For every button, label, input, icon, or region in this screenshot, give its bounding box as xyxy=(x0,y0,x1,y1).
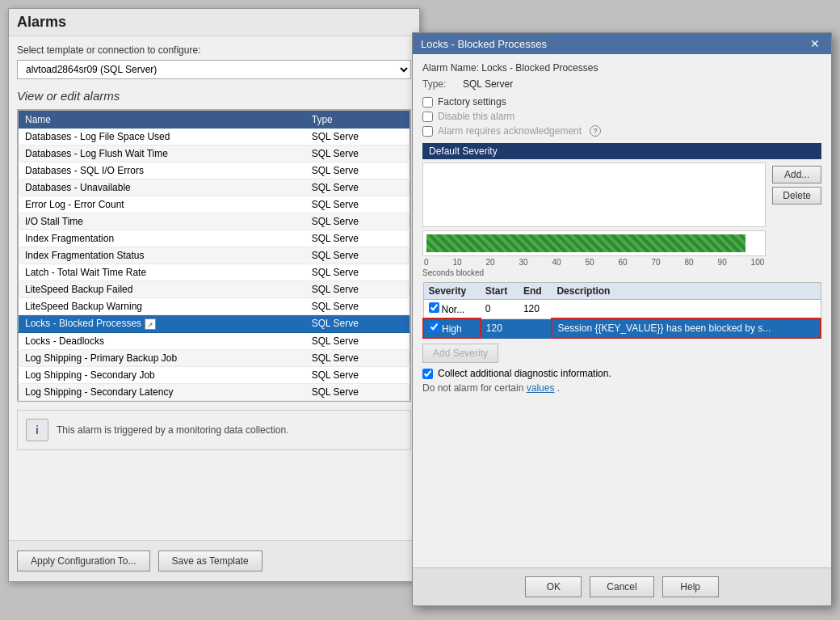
table-row[interactable]: Error Log - Error CountSQL Serve xyxy=(19,196,410,213)
alarm-name-cell: Locks - Blocked Processes↗ xyxy=(19,315,305,333)
alarm-name-cell: LiteSpeed Backup Failed xyxy=(19,281,305,298)
table-row[interactable]: LiteSpeed Backup FailedSQL Serve xyxy=(19,281,410,298)
alarm-type-cell: SQL Serve xyxy=(305,383,410,400)
select-label: Select template or connection to configu… xyxy=(17,44,411,56)
alarms-window: Alarms Select template or connection to … xyxy=(8,8,420,582)
external-link-icon[interactable]: ↗ xyxy=(145,318,156,330)
table-row[interactable]: Index Fragmentation StatusSQL Serve xyxy=(19,247,410,264)
ok-button[interactable]: OK xyxy=(525,576,582,597)
alarm-name-cell: Index Fragmentation Status xyxy=(19,247,305,264)
alarm-type-cell: SQL Serve xyxy=(305,332,410,349)
disable-alarm-checkbox[interactable] xyxy=(422,112,433,122)
save-template-button[interactable]: Save as Template xyxy=(158,550,262,571)
disable-alarm-label: Disable this alarm xyxy=(438,111,514,122)
alarm-name-cell: LiteSpeed Backup Warning xyxy=(19,298,305,315)
add-severity-button[interactable]: Add Severity xyxy=(422,344,498,363)
connection-dropdown[interactable]: alvtoad2864sr09 (SQL Server) xyxy=(17,60,411,79)
alarms-table-header: Name Type xyxy=(19,111,410,129)
alarm-name-cell: Databases - Log File Space Used xyxy=(19,129,305,146)
alarm-type-cell: SQL Serve xyxy=(305,366,410,383)
alarm-type-cell: SQL Serve xyxy=(305,349,410,366)
table-row[interactable]: Log Shipping - Secondary LatencySQL Serv… xyxy=(19,383,410,400)
cancel-button[interactable]: Cancel xyxy=(590,576,653,597)
table-row[interactable]: Nor... 0 120 xyxy=(423,300,821,319)
severity-header: Default Severity xyxy=(422,143,821,159)
table-row[interactable]: Index FragmentationSQL Serve xyxy=(19,230,410,247)
info-box: i This alarm is triggered by a monitorin… xyxy=(17,410,411,450)
severity-table: Severity Start End Description Nor... 0 xyxy=(422,282,821,339)
severity-table-header: Severity Start End Description xyxy=(423,283,821,300)
severity-section: Severity Start End Description Nor... 0 xyxy=(422,282,821,339)
alarm-type-cell: SQL Serve xyxy=(305,315,410,333)
factory-settings-checkbox[interactable] xyxy=(422,97,433,108)
do-not-alarm-row: Do not alarm for certain values . xyxy=(422,382,821,394)
collect-label: Collect additional diagnostic informatio… xyxy=(438,368,611,379)
sev-severity-high: High xyxy=(423,318,481,338)
alarm-type-cell: SQL Serve xyxy=(305,146,410,162)
collect-checkbox[interactable] xyxy=(422,369,433,379)
alarms-bottom-buttons: Apply Configuration To... Save as Templa… xyxy=(9,540,419,581)
alarm-name-cell: I/O Stall Time xyxy=(19,213,305,230)
dialog-close-button[interactable]: ✕ xyxy=(807,37,823,50)
alarm-name-cell: Latch - Total Wait Time Rate xyxy=(19,264,305,281)
table-row[interactable]: Log Shipping - Secondary JobSQL Serve xyxy=(19,366,410,383)
alarm-type-cell: SQL Serve xyxy=(305,179,410,196)
table-row[interactable]: Databases - UnavailableSQL Serve xyxy=(19,179,410,196)
alarms-table-wrapper: Name Type Databases - Log File Space Use… xyxy=(17,109,411,402)
collect-checkbox-row: Collect additional diagnostic informatio… xyxy=(422,368,821,379)
alarm-type-cell: SQL Serve xyxy=(305,129,410,146)
view-edit-label: View or edit alarms xyxy=(17,89,411,103)
table-row[interactable]: Log Shipping - Primary Backup JobSQL Ser… xyxy=(19,349,410,366)
table-row[interactable]: I/O Stall TimeSQL Serve xyxy=(19,213,410,230)
alarm-type-cell: SQL Serve xyxy=(305,281,410,298)
factory-settings-label: Factory settings xyxy=(438,96,506,108)
dialog-title-bar: Locks - Blocked Processes ✕ xyxy=(413,33,831,54)
sev-checkbox-1[interactable] xyxy=(429,322,439,332)
green-bar-container xyxy=(422,230,766,256)
table-row[interactable]: Databases - Log File Space UsedSQL Serve xyxy=(19,129,410,146)
table-row[interactable]: Databases - SQL I/O ErrorsSQL Serve xyxy=(19,162,410,179)
alarm-name-cell: Error Log - Error Count xyxy=(19,196,305,213)
alarm-type-cell: SQL Serve xyxy=(305,213,410,230)
alarms-title-text: Alarms xyxy=(17,14,66,30)
sev-checkbox-0[interactable] xyxy=(429,302,439,313)
sev-col-end: End xyxy=(519,283,552,300)
alarm-name-cell: Log Shipping - Primary Backup Job xyxy=(19,349,305,366)
ack-required-checkbox[interactable] xyxy=(422,126,433,137)
dialog-bottom-buttons: OK Cancel Help xyxy=(413,567,831,605)
help-button[interactable]: Help xyxy=(662,576,719,597)
seconds-scale: 0 10 20 30 40 50 60 70 80 90 100 xyxy=(422,258,766,267)
table-row[interactable]: Latch - Total Wait Time RateSQL Serve xyxy=(19,264,410,281)
table-row[interactable]: Locks - DeadlocksSQL Serve xyxy=(19,332,410,349)
ack-required-label: Alarm requires acknowledgement xyxy=(438,125,582,137)
sev-desc-high: Session {{KEY_VALUE}} has been blocked b… xyxy=(552,318,821,338)
type-row: Type: SQL Server xyxy=(422,78,821,90)
info-text: This alarm is triggered by a monitoring … xyxy=(57,424,288,436)
sev-end-high xyxy=(519,318,552,338)
apply-config-button[interactable]: Apply Configuration To... xyxy=(17,550,150,571)
add-button[interactable]: Add... xyxy=(772,166,821,183)
alarm-type-cell: SQL Serve xyxy=(305,247,410,264)
table-row[interactable]: High 120 Session {{KEY_VALUE}} has been … xyxy=(423,318,821,338)
table-row[interactable]: Locks - Blocked Processes↗SQL Serve xyxy=(19,315,410,333)
table-row[interactable]: Databases - Log Flush Wait TimeSQL Serve xyxy=(19,146,410,162)
sev-severity: Nor... xyxy=(423,300,481,319)
ack-help-icon[interactable]: ? xyxy=(590,125,601,137)
sev-col-severity: Severity xyxy=(423,283,481,300)
values-link[interactable]: values xyxy=(527,382,555,394)
seconds-label: Seconds blocked xyxy=(422,268,766,277)
green-bar xyxy=(426,234,746,252)
sev-end: 120 xyxy=(519,300,552,319)
sev-col-description: Description xyxy=(552,283,821,300)
sev-desc xyxy=(552,300,821,319)
sev-start-high: 120 xyxy=(481,318,519,338)
table-row[interactable]: LiteSpeed Backup WarningSQL Serve xyxy=(19,298,410,315)
alarms-table-body: Databases - Log File Space UsedSQL Serve… xyxy=(19,129,410,400)
alarm-type-cell: SQL Serve xyxy=(305,162,410,179)
alarm-name-cell: Index Fragmentation xyxy=(19,230,305,247)
alarm-name-cell: Databases - Log Flush Wait Time xyxy=(19,146,305,162)
col-type: Type xyxy=(305,111,410,129)
alarm-name-cell: Log Shipping - Secondary Latency xyxy=(19,383,305,400)
delete-button[interactable]: Delete xyxy=(772,187,821,205)
do-not-alarm-text: Do not alarm for certain xyxy=(422,382,523,394)
